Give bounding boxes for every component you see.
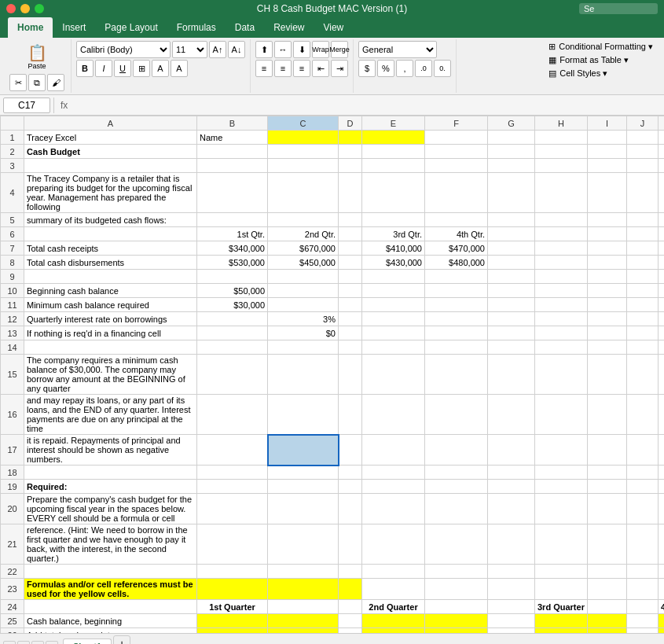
cell[interactable]	[658, 284, 664, 298]
cell[interactable]	[535, 494, 588, 524]
cell[interactable]	[626, 600, 658, 614]
cell[interactable]	[339, 227, 362, 241]
cell[interactable]	[535, 213, 588, 227]
cell[interactable]	[626, 256, 658, 270]
number-format-select[interactable]: General Number Currency	[358, 41, 437, 58]
align-middle-button[interactable]: ↔	[274, 41, 292, 58]
tab-formulas[interactable]: Formulas	[167, 17, 226, 38]
cell[interactable]	[535, 173, 588, 213]
tab-view[interactable]: View	[314, 17, 353, 38]
cell[interactable]	[587, 213, 626, 227]
indent-increase-button[interactable]: ⇥	[331, 60, 348, 77]
fill-color-button[interactable]: A	[152, 60, 169, 77]
cell[interactable]	[425, 145, 488, 159]
cell[interactable]	[535, 326, 588, 340]
cell[interactable]	[268, 494, 339, 524]
cell[interactable]	[626, 565, 658, 579]
cell[interactable]: The company requires a minimum cash bala…	[24, 355, 197, 395]
cell[interactable]	[425, 298, 488, 312]
cell[interactable]	[425, 312, 488, 326]
cell[interactable]	[339, 131, 362, 145]
cell[interactable]	[658, 565, 664, 579]
cell[interactable]	[362, 312, 425, 326]
cell[interactable]	[488, 524, 535, 565]
cell[interactable]	[362, 494, 425, 524]
col-header-j[interactable]: J	[626, 116, 658, 131]
cell[interactable]	[425, 579, 488, 600]
cell[interactable]	[535, 284, 588, 298]
cell[interactable]	[626, 326, 658, 340]
cell[interactable]	[197, 466, 268, 480]
cell[interactable]	[197, 145, 268, 159]
cell[interactable]	[197, 173, 268, 213]
cell[interactable]	[535, 524, 588, 565]
cell[interactable]	[339, 466, 362, 480]
col-header-f[interactable]: F	[425, 116, 488, 131]
cell[interactable]	[488, 480, 535, 494]
align-top-button[interactable]: ⬆	[255, 41, 273, 58]
cell[interactable]	[626, 241, 658, 256]
cell[interactable]	[535, 312, 588, 326]
cell[interactable]: 1st Quarter	[197, 600, 268, 614]
cell[interactable]	[658, 256, 664, 270]
cell[interactable]	[626, 494, 658, 524]
cell[interactable]: Tracey Excel	[24, 131, 197, 145]
cell[interactable]	[339, 524, 362, 565]
wrap-text-button[interactable]: Wrap	[312, 41, 329, 58]
cell[interactable]	[425, 213, 488, 227]
cell[interactable]	[626, 284, 658, 298]
font-size-select[interactable]: 11	[172, 41, 207, 58]
cell[interactable]	[425, 355, 488, 395]
cell[interactable]: Total cash receipts	[24, 241, 197, 256]
cell[interactable]	[197, 435, 268, 466]
cell[interactable]	[425, 524, 488, 565]
cell[interactable]	[197, 159, 268, 173]
border-button[interactable]: ⊞	[133, 60, 150, 77]
cell[interactable]	[658, 340, 664, 355]
cell[interactable]	[587, 227, 626, 241]
cell[interactable]	[425, 326, 488, 340]
cell[interactable]	[535, 579, 588, 600]
cell[interactable]	[362, 298, 425, 312]
align-right-button[interactable]: ≡	[293, 60, 310, 77]
cell[interactable]	[425, 565, 488, 579]
col-header-k[interactable]: K	[658, 116, 664, 131]
cell[interactable]	[535, 159, 588, 173]
cell[interactable]: $480,000	[425, 256, 488, 270]
cell[interactable]	[658, 213, 664, 227]
col-header-g[interactable]: G	[488, 116, 535, 131]
cell[interactable]	[268, 284, 339, 298]
cell[interactable]	[339, 284, 362, 298]
indent-decrease-button[interactable]: ⇤	[312, 60, 329, 77]
cell[interactable]	[658, 494, 664, 524]
cell[interactable]	[658, 270, 664, 284]
cell[interactable]	[339, 213, 362, 227]
cell[interactable]	[425, 600, 488, 614]
cell[interactable]	[626, 227, 658, 241]
spreadsheet-container[interactable]: A B C D E F G H I J K L M 1Tracey ExcelN…	[0, 116, 664, 633]
cell[interactable]: $410,000	[362, 241, 425, 256]
cell[interactable]: The Tracey Company is a retailer that is…	[24, 173, 197, 213]
cell[interactable]	[626, 340, 658, 355]
cell[interactable]: Name	[197, 131, 268, 145]
cell[interactable]	[658, 145, 664, 159]
cell[interactable]	[658, 326, 664, 340]
cell[interactable]	[268, 159, 339, 173]
cell[interactable]: 4th Qtr.	[425, 227, 488, 241]
cell[interactable]	[488, 326, 535, 340]
cell[interactable]	[626, 614, 658, 628]
cell[interactable]	[587, 256, 626, 270]
cell[interactable]	[488, 213, 535, 227]
cell[interactable]	[587, 355, 626, 395]
tab-page-layout[interactable]: Page Layout	[95, 17, 167, 38]
cell[interactable]	[587, 326, 626, 340]
cell[interactable]	[587, 466, 626, 480]
cell[interactable]	[197, 395, 268, 435]
cell[interactable]	[626, 298, 658, 312]
cell[interactable]	[488, 159, 535, 173]
cell[interactable]	[535, 466, 588, 480]
cell[interactable]	[587, 159, 626, 173]
cell[interactable]	[362, 326, 425, 340]
cell[interactable]	[24, 466, 197, 480]
cell[interactable]	[197, 312, 268, 326]
